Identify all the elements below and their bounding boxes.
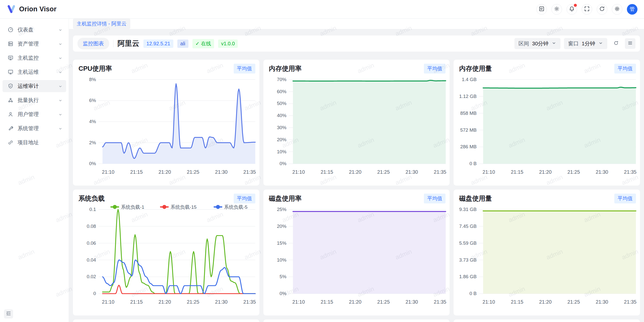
average-badge[interactable]: 平均值 [234, 64, 255, 74]
svg-text:4%: 4% [89, 119, 96, 124]
svg-text:1.86 GB: 1.86 GB [459, 274, 477, 279]
svg-text:21:25: 21:25 [568, 169, 580, 175]
svg-text:21:15: 21:15 [511, 169, 524, 175]
svg-text:21:15: 21:15 [130, 169, 143, 175]
svg-text:20%: 20% [277, 224, 286, 229]
host-ops-desktop-icon [8, 69, 14, 75]
settings-button[interactable] [612, 4, 622, 15]
svg-text:系统负载-5: 系统负载-5 [224, 204, 247, 210]
svg-text:21:20: 21:20 [539, 299, 552, 305]
average-badge[interactable]: 平均值 [614, 194, 636, 203]
window-value: 1分钟 [582, 40, 595, 47]
svg-text:0: 0 [93, 291, 96, 296]
chevron-down-icon [58, 56, 63, 60]
svg-text:21:25: 21:25 [377, 169, 390, 175]
sidebar-item-0[interactable]: 仪表盘 [3, 24, 66, 36]
fullscreen-button[interactable] [582, 4, 592, 15]
svg-text:7.45 GB: 7.45 GB [459, 224, 477, 229]
chevron-down-icon [598, 41, 603, 47]
breadcrumb-tab-host-monitor-detail[interactable]: 主机监控详情 - 阿里云 [73, 19, 130, 29]
divider [113, 40, 113, 47]
sidebar-item-7[interactable]: 系统管理 [3, 122, 66, 134]
svg-text:6%: 6% [89, 98, 96, 103]
svg-text:21:20: 21:20 [158, 169, 171, 175]
dashboard-gauge-icon [8, 27, 14, 33]
chart-card-5: 磁盘使用量平均值9.31 GB7.45 GB5.59 GB3.73 GB1.86… [454, 190, 640, 315]
svg-text:21:20: 21:20 [539, 169, 552, 175]
range-select[interactable]: 区间 30分钟 [514, 38, 560, 49]
code-square-button[interactable] [536, 4, 547, 15]
average-badge[interactable]: 平均值 [424, 64, 446, 74]
chart-title: 磁盘使用量 [454, 194, 639, 203]
theme-sun-icon [554, 6, 560, 13]
chart-title: 内存使用量 [454, 64, 639, 73]
refresh-icon [599, 6, 605, 13]
chart-list-menu-button[interactable] [625, 38, 635, 49]
svg-text:572 MB: 572 MB [460, 127, 477, 133]
sidebar-item-4[interactable]: 运维审计 [3, 80, 66, 92]
chevron-down-icon [58, 98, 63, 102]
refresh-page-button[interactable] [597, 4, 607, 15]
sidebar-item-label: 仪表盘 [18, 26, 58, 33]
host-ip-tag: 12.92.5.21 [143, 40, 173, 48]
svg-text:21:30: 21:30 [596, 169, 608, 175]
average-badge[interactable]: 平均值 [424, 194, 446, 203]
svg-text:10%: 10% [277, 257, 286, 263]
svg-text:0.02: 0.02 [87, 274, 96, 279]
orion-v-logo-icon [7, 5, 16, 14]
svg-text:21:35: 21:35 [624, 299, 637, 305]
svg-text:15%: 15% [277, 240, 286, 246]
sidebar-item-label: 资产管理 [18, 40, 58, 47]
svg-text:60%: 60% [277, 89, 286, 94]
svg-text:0.1: 0.1 [89, 207, 96, 212]
refresh-icon [614, 41, 619, 47]
notifications-button[interactable] [567, 4, 577, 15]
svg-text:21:20: 21:20 [349, 169, 361, 175]
chart-plot-0: 8%6%4%2%0%21:1021:1521:2021:2521:3021:35 [73, 74, 259, 179]
refresh-charts-button[interactable] [611, 38, 621, 49]
host-name: 阿里云 [117, 39, 139, 49]
svg-text:8%: 8% [89, 77, 96, 82]
charts-grid: CPU使用率平均值8%6%4%2%0%21:1021:1521:2021:252… [73, 60, 640, 315]
svg-text:0%: 0% [279, 291, 287, 296]
sidebar-item-6[interactable]: 用户管理 [3, 108, 66, 120]
average-badge[interactable]: 平均值 [614, 64, 636, 74]
svg-text:21:35: 21:35 [434, 299, 446, 305]
sidebar-item-2[interactable]: 主机监控 [3, 52, 66, 64]
brand: Orion Visor [7, 5, 57, 14]
user-mgmt-icon [8, 111, 14, 117]
sidebar-item-5[interactable]: 批量执行 [3, 94, 66, 106]
next-row-card-stub [263, 319, 450, 322]
svg-text:21:15: 21:15 [130, 299, 143, 305]
host-status-tag: ✓ 在线 [192, 39, 214, 48]
svg-text:21:10: 21:10 [292, 169, 305, 175]
svg-text:21:25: 21:25 [187, 169, 199, 175]
svg-text:21:35: 21:35 [434, 169, 446, 175]
svg-text:10%: 10% [277, 149, 286, 154]
sidebar: 仪表盘资产管理主机监控主机运维运维审计批量执行用户管理系统管理项目地址 [0, 19, 69, 322]
chart-plot-5: 9.31 GB7.45 GB5.59 GB3.73 GB1.86 GB0 B21… [454, 204, 639, 309]
chart-title: 内存使用率 [264, 64, 449, 73]
svg-text:21:30: 21:30 [215, 299, 228, 305]
sidebar-item-label: 批量执行 [18, 97, 58, 104]
user-avatar[interactable]: 管 [627, 4, 637, 15]
theme-toggle-button[interactable] [551, 4, 562, 15]
collapse-sidebar-button[interactable] [4, 309, 13, 318]
svg-text:21:25: 21:25 [187, 299, 199, 305]
svg-text:21:20: 21:20 [158, 299, 171, 305]
svg-text:21:15: 21:15 [511, 299, 524, 305]
svg-text:系统负载-15: 系统负载-15 [171, 204, 196, 210]
svg-text:21:30: 21:30 [215, 169, 228, 175]
monitor-chart-tab[interactable]: 监控图表 [77, 38, 109, 49]
host-alias-tag: ali [177, 40, 188, 48]
window-label: 窗口 [568, 40, 579, 47]
svg-text:5%: 5% [279, 274, 287, 279]
chart-card-2: 内存使用量平均值1.4 GB1.12 GB858 MB572 MB286 MB0… [454, 60, 640, 186]
svg-text:858 MB: 858 MB [460, 111, 477, 116]
sidebar-item-8[interactable]: 项目地址 [3, 136, 66, 149]
sidebar-item-1[interactable]: 资产管理 [3, 38, 66, 50]
average-badge[interactable]: 平均值 [234, 194, 255, 203]
window-select[interactable]: 窗口 1分钟 [564, 38, 607, 49]
sidebar-item-3[interactable]: 主机运维 [3, 66, 66, 78]
svg-text:9.31 GB: 9.31 GB [459, 207, 477, 212]
